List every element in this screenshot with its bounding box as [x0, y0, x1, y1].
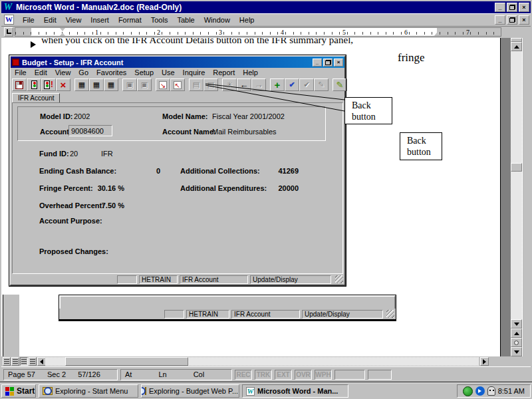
- budget-menu-edit[interactable]: Edit: [31, 68, 51, 76]
- horizontal-ruler[interactable]: 1 2 3 4 5 6 7: [15, 27, 501, 37]
- menu-view[interactable]: View: [61, 15, 86, 25]
- scroll-down-button[interactable]: [511, 319, 522, 329]
- hanging-indent-marker[interactable]: [60, 33, 65, 36]
- budget-menu-go[interactable]: Go: [74, 68, 92, 76]
- menu-table[interactable]: Table: [172, 15, 199, 25]
- overhead-percent-value: 7.50 %: [68, 201, 124, 209]
- save-button[interactable]: [12, 78, 27, 91]
- vertical-scrollbar[interactable]: [511, 38, 522, 356]
- budget-menu-help[interactable]: Help: [239, 68, 262, 76]
- menu-insert[interactable]: Insert: [86, 15, 114, 25]
- budget-content: Model ID: 2002 Model Name: Fiscal Year 2…: [12, 102, 343, 274]
- grid-view-button[interactable]: ▦: [104, 78, 118, 91]
- page-info-panel: Page 57 Sec 2 57/126: [3, 369, 118, 380]
- prev-in-list-button[interactable]: ↖: [170, 78, 185, 91]
- restore-button[interactable]: [507, 3, 517, 12]
- minimize-button[interactable]: _: [495, 3, 505, 12]
- account-name-label: Account Name:: [162, 128, 216, 136]
- start-button[interactable]: Start: [1, 384, 36, 398]
- volume-tray-icon[interactable]: [487, 386, 495, 396]
- delete-button[interactable]: ×: [56, 78, 70, 91]
- process-button[interactable]: [27, 78, 41, 91]
- menu-format[interactable]: Format: [114, 15, 146, 25]
- scroll-right-button[interactable]: [480, 357, 489, 366]
- update-button[interactable]: ✔: [285, 78, 299, 91]
- doc-restore-icon: [509, 17, 515, 23]
- menu-edit[interactable]: Edit: [39, 15, 61, 25]
- close-button[interactable]: ×: [519, 3, 529, 12]
- copy-row-button[interactable]: ▦: [89, 78, 104, 91]
- traffic-light-icon: [44, 80, 50, 89]
- budget-menu-file[interactable]: File: [11, 68, 31, 76]
- messenger-tray-icon[interactable]: [475, 386, 485, 396]
- previous-page-button[interactable]: [511, 329, 522, 338]
- first-line-indent-marker[interactable]: [60, 28, 65, 31]
- hscroll-thumb[interactable]: [65, 357, 188, 366]
- budget-menu-report[interactable]: Report: [209, 68, 239, 76]
- normal-view-button[interactable]: [3, 357, 11, 366]
- ovr-indicator[interactable]: OVR: [295, 370, 312, 380]
- page-layout-view-button[interactable]: [20, 357, 28, 366]
- rec-indicator[interactable]: REC: [235, 370, 252, 380]
- budget-close-button[interactable]: ×: [334, 59, 343, 66]
- right-indent-marker[interactable]: [434, 33, 440, 36]
- scroll-thumb[interactable]: [511, 163, 522, 172]
- settings-button[interactable]: ✳: [222, 78, 237, 91]
- prev-doc-button[interactable]: ▤: [189, 78, 203, 91]
- menu-window[interactable]: Window: [200, 15, 235, 25]
- wph-indicator[interactable]: WPH: [315, 370, 332, 380]
- insert-row-button[interactable]: ▦: [74, 78, 89, 91]
- budget-minimize-button[interactable]: _: [313, 59, 322, 66]
- taskbar-item-exploring-start-menu[interactable]: Exploring - Start Menu: [39, 384, 138, 398]
- forward-button[interactable]: →: [251, 78, 266, 91]
- correct-history-button[interactable]: ✔: [299, 78, 314, 91]
- word-window: W Microsoft Word - Manualv2.doc (Read-On…: [0, 0, 532, 399]
- trk-indicator[interactable]: TRK: [255, 370, 272, 380]
- budget-menu-setup[interactable]: Setup: [130, 68, 158, 76]
- budget-menu-favorites[interactable]: Favorites: [92, 68, 130, 76]
- process-now-button[interactable]: !: [41, 78, 56, 91]
- ext-indicator[interactable]: EXT: [275, 370, 292, 380]
- budget-menu-inquire[interactable]: Inquire: [179, 68, 209, 76]
- menu-file[interactable]: File: [18, 15, 39, 25]
- taskbar-item-exploring-budget-web[interactable]: Exploring - Budget Web P...: [141, 384, 239, 398]
- doc-minimize-button[interactable]: _: [495, 15, 505, 25]
- sign-button[interactable]: ✎: [332, 78, 347, 91]
- edit-button[interactable]: ✎: [314, 78, 329, 91]
- document-icon[interactable]: W: [4, 15, 14, 25]
- clock: 8:51 AM: [498, 387, 525, 395]
- budget-maximize-button[interactable]: [323, 59, 332, 66]
- task-label: Exploring - Budget Web P...: [149, 387, 238, 395]
- budget-menu-use[interactable]: Use: [158, 68, 179, 76]
- word-statusbar: Page 57 Sec 2 57/126 At Ln Col REC TRK E…: [1, 366, 531, 382]
- resize-grip-icon[interactable]: [386, 310, 394, 318]
- online-layout-view-button[interactable]: [11, 357, 19, 366]
- doc-close-button[interactable]: ×: [519, 15, 529, 25]
- task-label: Exploring - Start Menu: [55, 387, 128, 395]
- browse-object-button[interactable]: [511, 338, 522, 347]
- hscroll-track[interactable]: [45, 357, 479, 366]
- prev-panel-button[interactable]: ▣: [122, 78, 137, 91]
- budget-menu-view[interactable]: View: [51, 68, 75, 76]
- outline-view-button[interactable]: [29, 357, 37, 366]
- next-in-list-button[interactable]: ↘: [156, 78, 170, 91]
- ruler-row: 1 2 3 4 5 6 7: [1, 27, 531, 38]
- scroll-track[interactable]: [511, 51, 522, 319]
- scroll-up-button[interactable]: [511, 42, 522, 51]
- doc-restore-button[interactable]: [507, 15, 517, 25]
- tab-alignment-button[interactable]: [4, 27, 13, 37]
- menu-tools[interactable]: Tools: [146, 15, 173, 25]
- next-page-button[interactable]: [511, 347, 522, 356]
- next-panel-button[interactable]: ▣: [137, 78, 152, 91]
- next-doc-button[interactable]: ▤: [203, 78, 218, 91]
- window-frame-right: [522, 38, 531, 356]
- taskbar-item-word-active[interactable]: W Microsoft Word - Man...: [242, 384, 348, 398]
- network-tray-icon[interactable]: [463, 386, 473, 396]
- document-text-line: when you click on the IFR Account Detail…: [1, 38, 500, 50]
- menu-help[interactable]: Help: [235, 15, 259, 25]
- resize-grip-icon[interactable]: [335, 275, 343, 283]
- tab-ifr-account[interactable]: IFR Account: [12, 93, 60, 102]
- back-button[interactable]: ←: [237, 78, 251, 91]
- add-button[interactable]: +: [270, 78, 285, 91]
- account-input[interactable]: [68, 125, 112, 136]
